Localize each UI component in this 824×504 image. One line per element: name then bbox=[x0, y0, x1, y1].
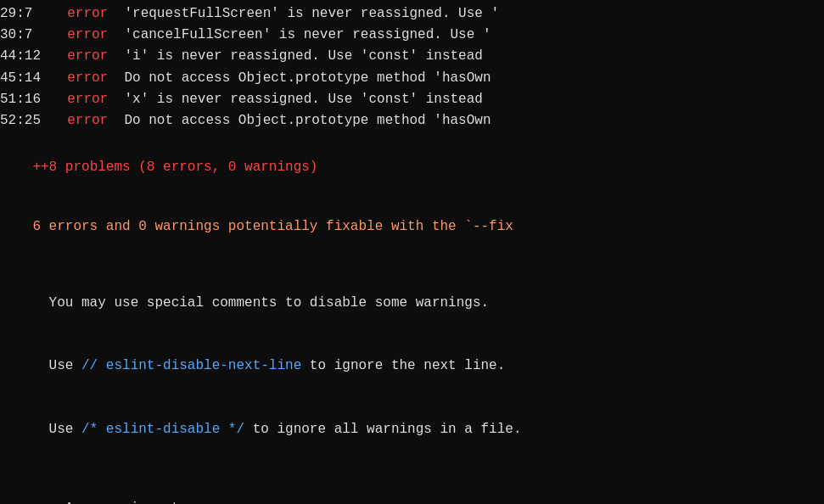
fix-text: 6 errors and 0 warnings potentially fixa… bbox=[32, 219, 513, 234]
app-section: App running at: - Local: http://localhos… bbox=[0, 461, 824, 504]
info-line-3: Use /* eslint-disable */ to ignore all w… bbox=[0, 398, 824, 461]
error-msg-4: Do not access Object.prototype method 'h… bbox=[124, 69, 490, 88]
line-number-4: 45:14 bbox=[0, 69, 51, 88]
app-title-text bbox=[49, 501, 65, 504]
error-line-6: 52:25 error Do not access Object.prototy… bbox=[0, 110, 824, 132]
error-line-2: 30:7 error 'cancelFullScreen' is never r… bbox=[0, 25, 824, 46]
info-line-1: You may use special comments to disable … bbox=[0, 272, 824, 334]
info-section: You may use special comments to disable … bbox=[0, 268, 824, 461]
summary-fix: 6 errors and 0 warnings potentially fixa… bbox=[0, 198, 824, 257]
line-number-3: 44:12 bbox=[0, 47, 51, 66]
line-number-5: 51:16 bbox=[0, 90, 51, 109]
error-line-3: 44:12 error 'i' is never reassigned. Use… bbox=[0, 46, 824, 67]
error-label-3: error bbox=[51, 47, 124, 66]
terminal-window: 29:7 error 'requestFullScreen' is never … bbox=[0, 0, 824, 504]
line-number-2: 30:7 bbox=[0, 25, 51, 45]
line-number-1: 29:7 bbox=[0, 4, 51, 24]
error-msg-5: 'x' is never reassigned. Use 'const' ins… bbox=[124, 90, 482, 109]
error-msg-2: 'cancelFullScreen' is never reassigned. … bbox=[124, 25, 490, 45]
error-line-5: 51:16 error 'x' is never reassigned. Use… bbox=[0, 89, 824, 110]
error-label-6: error bbox=[51, 111, 124, 131]
error-label-1: error bbox=[51, 4, 124, 24]
error-line-1: 29:7 error 'requestFullScreen' is never … bbox=[0, 3, 824, 25]
error-msg-6: Do not access Object.prototype method 'h… bbox=[124, 111, 490, 131]
summary-text: +8 problems (8 errors, 0 warnings) bbox=[41, 160, 317, 175]
info2-before: Use bbox=[49, 358, 81, 373]
summary-problems: ++8 problems (8 errors, 0 warnings) bbox=[0, 132, 824, 198]
error-label-2: error bbox=[51, 25, 124, 45]
plus-sign: + bbox=[32, 160, 41, 175]
info3-code: /* eslint-disable */ bbox=[81, 422, 244, 437]
info3-before: Use bbox=[49, 422, 81, 437]
error-msg-3: 'i' is never reassigned. Use 'const' ins… bbox=[124, 47, 482, 66]
info2-after: to ignore the next line. bbox=[301, 358, 505, 373]
error-msg-1: 'requestFullScreen' is never reassigned.… bbox=[124, 4, 499, 24]
error-line-4: 45:14 error Do not access Object.prototy… bbox=[0, 68, 824, 89]
error-label-5: error bbox=[51, 90, 124, 109]
app-title-line: App running at: bbox=[0, 476, 824, 504]
error-label-4: error bbox=[51, 69, 124, 88]
info3-after: to ignore all warnings in a file. bbox=[244, 422, 521, 437]
line-number-6: 52:25 bbox=[0, 111, 51, 131]
info2-code: // eslint-disable-next-line bbox=[81, 358, 301, 373]
info-line-2: Use // eslint-disable-next-line to ignor… bbox=[0, 335, 824, 398]
